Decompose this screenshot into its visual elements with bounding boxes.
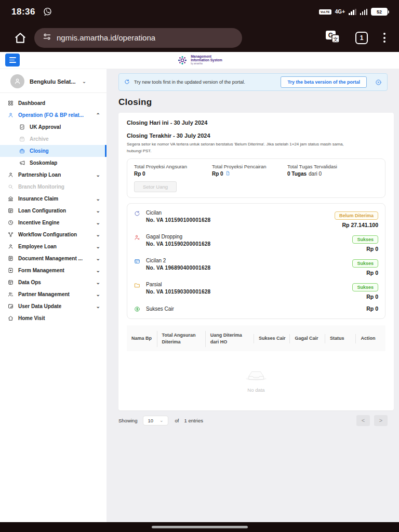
sidebar-item-label: UK Approval [30,124,61,130]
svg-text:文: 文 [333,36,338,42]
search-icon [8,184,14,190]
phone-screen: 18:36 VoLTE 4G+ 52 [0,0,399,532]
sidebar-item-employee-loan[interactable]: Employee Loan⌄ [0,241,107,252]
sidebar-item-label: Form Management [18,268,64,273]
empty-inbox-icon [244,366,269,382]
main-content: Try new tools first in the updated versi… [107,69,399,522]
column-header-gagal-cair: Gagal Cair [289,334,324,343]
tugas-count: 0 Tugas [287,171,307,177]
list-icon [8,208,14,214]
refresh-icon [124,77,130,87]
column-header-uang-diterima-dari-ho: Uang Diterima dari HO [205,331,254,347]
sidebar-menu: DashboardOperation (FO & BP relat...⌃UK … [0,97,107,324]
tab-counter[interactable]: 1 [355,32,368,44]
url-text[interactable]: ngmis.amartha.id/operationa [57,33,155,42]
home-icon[interactable] [14,31,27,45]
va-title: Cicilan 2 [146,258,210,263]
total-tugas-tervalidasi-label: Total Tugas Tervalidasi [287,164,337,169]
sidebar-item-label: Document Management ... [18,256,83,261]
archive-icon [19,136,25,142]
sidebar-item-insurance-claim[interactable]: Insurance Claim⌄ [0,193,107,205]
page-title: Closing [118,97,388,108]
bp-table: Nama BpTotal Angsuran DiterimaUang Diter… [127,326,385,408]
setor-uang-button[interactable]: Setor Uang [134,181,177,192]
closing-today-heading: Closing Hari ini - 30 July 2024 [127,119,385,126]
column-header-status: Status [325,334,356,343]
page-size-value: 10 [148,418,153,423]
browser-menu-icon[interactable] [383,33,385,43]
sidebar-item-user-data-update[interactable]: User Data Update⌄ [0,300,107,312]
sidebar-item-closing[interactable]: Closing [0,145,107,157]
branch-selector[interactable]: Bengkulu Selat... ⌄ [0,72,107,93]
file-icon[interactable] [225,171,230,177]
status-badge: Belum Diterima [335,211,378,220]
data-icon [8,280,14,285]
sidebar-item-uk-approval[interactable]: UK Approval [0,121,107,133]
page-size-select[interactable]: 10 ⌄ [143,416,168,425]
workflow-icon [8,232,14,237]
sidebar-item-partnership-loan[interactable]: Partnership Loan⌄ [0,169,107,181]
try-beta-button[interactable]: Try the beta version of the portal [281,76,367,88]
site-settings-icon[interactable] [43,32,51,43]
sidebar-item-branch-monitoring: Branch Monitoring [0,181,107,193]
sidebar-item-workflow-configuration[interactable]: Workflow Configuration⌄ [0,229,107,241]
coin-icon [134,306,141,312]
sidebar-item-document-management[interactable]: Document Management ...⌄ [0,252,107,264]
chevron-down-icon: ⌄ [96,244,100,249]
va-amount: Rp 27.141.100 [335,222,378,228]
status-badge: Sukses [352,235,378,244]
va-number: No. VA 196890400001628 [146,265,210,271]
sidebar-item-label: Data Ops [18,280,41,285]
chevron-down-icon: ⌄ [96,291,100,297]
card-icon [134,258,141,276]
total-proyeksi-pencairan-value: Rp 0 [212,171,223,177]
sidebar: Bengkulu Selat... ⌄ DashboardOperation (… [0,69,107,522]
browser-toolbar: ngmis.amartha.id/operationa G 文 1 [0,23,399,52]
chevron-down-icon: ⌄ [96,280,100,285]
chevron-down-icon: ⌄ [96,208,100,214]
sidebar-item-operation-fo-bp-relat[interactable]: Operation (FO & BP relat...⌃ [0,109,107,121]
sidebar-item-label: Employee Loan [18,244,57,249]
chevron-down-icon: ⌄ [82,78,86,84]
sidebar-item-loan-configuration[interactable]: Loan Configuration⌄ [0,205,107,217]
prev-page-button[interactable]: < [356,415,370,426]
status-badge: Sukses [352,283,378,291]
clock: 18:36 [11,7,35,17]
whatsapp-icon [43,7,52,17]
sidebar-item-soskomlap[interactable]: Soskomlap [0,157,107,169]
system-nav-bar [0,522,399,532]
next-page-button[interactable]: > [374,415,388,426]
sidebar-item-label: Incentive Engine [18,220,59,225]
home-indicator[interactable] [152,526,248,528]
url-bar[interactable]: ngmis.amartha.id/operationa [34,28,242,48]
app-header: Management Information System by amartha [0,52,399,69]
megaphone-icon [19,160,25,166]
app-logo: Management Information System by amartha [177,55,222,66]
close-icon[interactable] [375,79,382,86]
briefcase-icon [19,148,25,154]
sidebar-item-partner-management[interactable]: Partner Management⌄ [0,288,107,300]
sidebar-item-home-visit[interactable]: Home Visit [0,312,107,324]
home-icon [8,315,14,321]
sidebar-toggle-button[interactable] [5,54,20,66]
user-icon [8,244,14,249]
document-icon [8,256,14,261]
va-row-cicilan-2: Cicilan 2No. VA 196890400001628SuksesRp … [134,255,378,279]
closing-note: Segera setor ke nomor VA tertera untuk s… [127,141,355,155]
users-icon [8,291,14,297]
va-amount: Rp 0 [352,246,378,252]
doc-check-icon [19,124,25,130]
entries-label: 1 entries [184,418,203,423]
total-proyeksi-angsuran-label: Total Proyeksi Angsuran [134,164,212,169]
signal-bars-icon-2 [360,9,368,15]
pagination: Showing 10 ⌄ of 1 entries < > [118,415,388,426]
translate-icon[interactable]: G 文 [325,30,340,46]
sidebar-item-dashboard[interactable]: Dashboard [0,97,107,109]
chevron-down-icon: ⌄ [159,418,164,423]
sidebar-item-form-management[interactable]: Form Management⌄ [0,264,107,276]
sidebar-item-data-ops[interactable]: Data Ops⌄ [0,276,107,288]
sidebar-item-incentive-engine[interactable]: Incentive Engine⌄ [0,217,107,229]
sidebar-item-archive: Archive [0,133,107,145]
logo-subtitle: by amartha [191,63,222,65]
column-header-action: Action [355,334,385,343]
